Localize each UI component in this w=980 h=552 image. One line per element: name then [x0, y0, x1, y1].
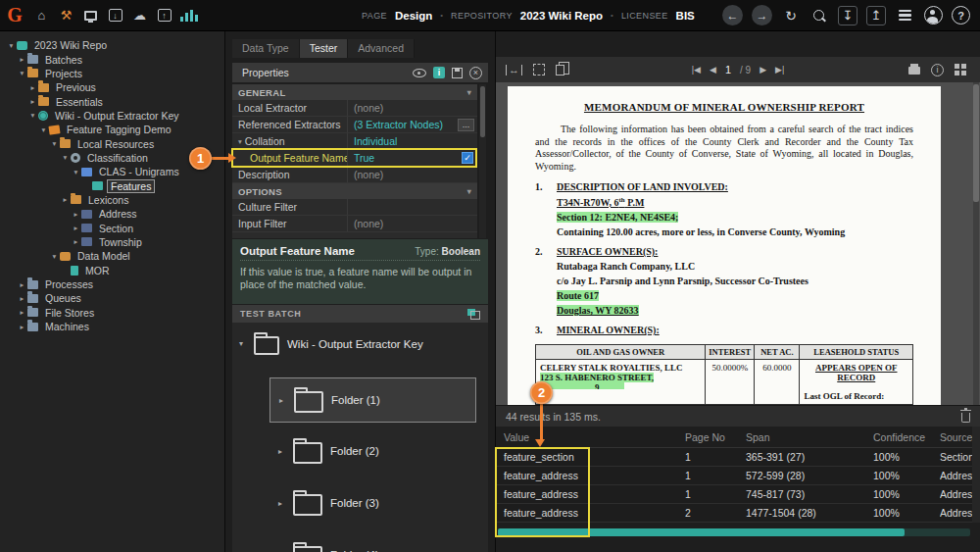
forward-icon[interactable]: →	[752, 5, 772, 25]
expand-arrow-icon[interactable]: ▸	[17, 55, 27, 64]
column-header-span[interactable]: Span	[746, 431, 873, 443]
expand-arrow-icon[interactable]: ▸	[275, 499, 285, 508]
expand-arrow-icon[interactable]: ▸	[17, 280, 27, 289]
user-icon[interactable]	[923, 6, 943, 25]
scrollbar-thumb[interactable]	[973, 84, 979, 202]
batch-folder-3[interactable]: ▸ Folder (3)	[270, 480, 476, 526]
expand-arrow-icon[interactable]: ▸	[17, 294, 27, 303]
expand-arrow-icon[interactable]: ▸	[276, 396, 286, 405]
highlighted-address-fragment[interactable]: 9	[540, 382, 624, 389]
monitor-icon[interactable]	[82, 7, 99, 25]
property-value[interactable]: (none)	[348, 167, 477, 182]
highlighted-address-text[interactable]: Route 617	[557, 290, 599, 301]
ellipsis-button[interactable]: ...	[458, 119, 474, 131]
expand-arrow-icon[interactable]: ▾	[60, 153, 71, 162]
tree-item-township[interactable]: ▸Township	[0, 235, 224, 249]
print-icon[interactable]	[908, 67, 920, 75]
highlighted-address-text[interactable]: 123 S. HABENERO STREET,	[540, 373, 654, 382]
trash-icon[interactable]	[961, 413, 970, 423]
tree-item-essentials[interactable]: ▸Essentials	[0, 94, 224, 108]
tab-advanced[interactable]: Advanced	[348, 39, 415, 58]
batch-folder-2[interactable]: ▸ Folder (2)	[270, 428, 476, 474]
refresh-icon[interactable]: ↻	[781, 6, 801, 25]
copy-pages-icon[interactable]	[556, 65, 564, 75]
page-info-icon[interactable]	[931, 64, 944, 76]
app-logo[interactable]: G	[0, 4, 29, 26]
tree-item-data-model[interactable]: ▾Data Model	[0, 249, 224, 263]
expand-arrow-icon[interactable]: ▾	[6, 41, 17, 50]
tree-item-clas-unigrams[interactable]: ▾CLAS - Unigrams	[0, 165, 224, 178]
tree-item-section[interactable]: ▸Section	[0, 221, 224, 234]
expand-arrow-icon[interactable]: ▾	[27, 111, 38, 120]
expand-arrow-icon[interactable]: ▸	[17, 323, 27, 331]
document-page[interactable]: MEMORANDUM OF MINERAL OWNERSHIP REPORT T…	[508, 86, 941, 405]
chevron-down-icon[interactable]: ▾	[467, 187, 471, 196]
batch-folder-1[interactable]: ▸ Folder (1)	[270, 377, 476, 423]
search-icon[interactable]	[809, 6, 829, 25]
scrollbar-thumb[interactable]	[480, 86, 485, 137]
property-value[interactable]: (3 Extractor Nodes)...	[348, 117, 477, 132]
expand-arrow-icon[interactable]: ▾	[38, 125, 49, 134]
current-page[interactable]: 1	[725, 64, 731, 75]
tab-tester[interactable]: Tester	[300, 39, 349, 58]
help-icon[interactable]: ?	[952, 6, 970, 25]
licensee-value[interactable]: BIS	[676, 10, 695, 22]
expand-arrow-icon[interactable]: ▸	[27, 97, 38, 106]
tree-item-wiki-repo[interactable]: ▾2023 Wiki Repo	[0, 38, 224, 52]
page-value[interactable]: Design	[395, 10, 432, 22]
tree-item-features[interactable]: Features	[0, 178, 224, 192]
tab-data-type[interactable]: Data Type	[232, 39, 300, 58]
save-icon[interactable]	[452, 68, 463, 78]
property-row-description[interactable]: Description (none)	[232, 167, 477, 183]
column-header-confidence[interactable]: Confidence	[873, 431, 940, 443]
property-value[interactable]: (none)	[348, 100, 477, 116]
property-row-culture-filter[interactable]: Culture Filter	[232, 199, 477, 216]
column-header-source[interactable]: Source	[940, 431, 972, 443]
expand-arrow-icon[interactable]: ▾	[71, 168, 81, 176]
column-header-page-no[interactable]: Page No	[677, 431, 746, 443]
tree-item-previous[interactable]: ▸Previous	[0, 80, 224, 94]
expand-arrow-icon[interactable]: ▸	[60, 195, 71, 204]
info-icon[interactable]	[433, 67, 445, 78]
tree-item-address[interactable]: ▸Address	[0, 207, 224, 221]
property-value[interactable]: (none)	[348, 216, 477, 231]
eye-icon[interactable]	[413, 69, 426, 77]
select-region-icon[interactable]	[533, 64, 545, 75]
expand-arrow-icon[interactable]: ▸	[275, 447, 285, 456]
expand-arrow-icon[interactable]: ▾	[238, 137, 242, 146]
bar-chart-icon[interactable]	[180, 7, 197, 25]
prev-page-icon[interactable]: ◀	[710, 65, 716, 75]
fit-width-icon[interactable]: ↔	[506, 65, 522, 75]
upload-icon[interactable]: ↥	[866, 6, 886, 25]
tree-item-local-resources[interactable]: ▾Local Resources	[0, 136, 224, 150]
close-icon[interactable]	[469, 67, 482, 79]
document-scrollbar[interactable]	[973, 82, 979, 405]
tree-item-queues[interactable]: ▸Queues	[0, 291, 224, 305]
expand-arrow-icon[interactable]: ▸	[71, 237, 81, 246]
property-grid-scrollbar[interactable]	[479, 84, 486, 238]
tree-item-feature-tagging-demo[interactable]: ▾Feature Tagging Demo	[0, 123, 224, 136]
property-row-referenced-extractors[interactable]: Referenced Extractors (3 Extractor Nodes…	[232, 117, 477, 133]
layers-icon[interactable]	[895, 6, 914, 25]
batch-folder-4[interactable]: ▸ Folder (4)	[270, 532, 476, 552]
expand-arrow-icon[interactable]: ▾	[236, 339, 246, 348]
property-value[interactable]	[348, 199, 477, 215]
batch-root-folder[interactable]: ▾ Wiki - Output Extractor Key	[232, 323, 488, 355]
property-row-input-filter[interactable]: Input Filter (none)	[232, 216, 477, 232]
tree-item-processes[interactable]: ▸Processes	[0, 277, 224, 291]
batch-icon[interactable]	[467, 309, 480, 320]
tree-item-batches[interactable]: ▸Batches	[0, 52, 224, 66]
expand-arrow-icon[interactable]: ▸	[27, 83, 38, 92]
import-box-icon[interactable]: ↑	[156, 7, 172, 25]
property-row-local-extractor[interactable]: Local Extractor (none)	[232, 100, 477, 117]
first-page-icon[interactable]: |◀	[692, 65, 701, 75]
section-header-options[interactable]: OPTIONS▾	[232, 183, 477, 199]
tree-item-wiki-output-extractor-key[interactable]: ▾Wiki - Output Extractor Key	[0, 109, 224, 123]
cloud-icon[interactable]: ☁	[131, 7, 148, 25]
highlighted-section-text[interactable]: Section 12: E2NE4, NE4SE4;	[557, 212, 678, 223]
expand-arrow-icon[interactable]: ▾	[49, 139, 60, 148]
property-value[interactable]: Individual	[348, 133, 477, 149]
properties-tab-label[interactable]: Properties	[232, 67, 299, 78]
expand-arrow-icon[interactable]: ▸	[17, 308, 27, 317]
tree-item-mor[interactable]: MOR	[0, 264, 224, 277]
